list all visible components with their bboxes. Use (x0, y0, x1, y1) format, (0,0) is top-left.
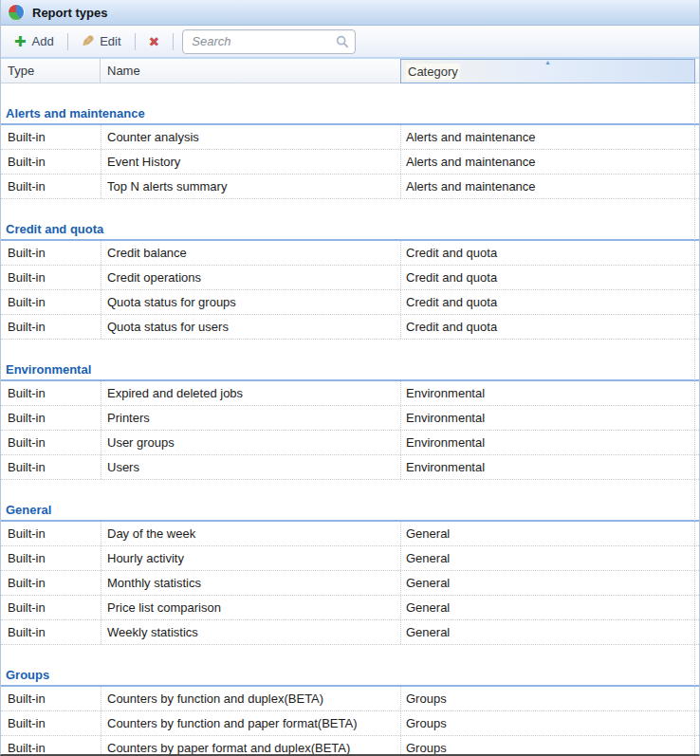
group-rows: Built-in Credit balance Credit and quota… (1, 241, 699, 340)
cell-type: Built-in (1, 125, 101, 149)
plus-icon: ✚ (14, 34, 27, 48)
table-row[interactable]: Built-in Counters by function and paper … (1, 711, 699, 736)
search-box[interactable] (182, 29, 356, 54)
column-header-category-label: Category (406, 64, 460, 80)
cell-name: Day of the week (101, 522, 400, 545)
table-row[interactable]: Built-in Hourly activity General (1, 546, 699, 571)
cell-category: General (400, 620, 699, 644)
cell-category: Groups (400, 711, 699, 735)
cell-name: Counter analysis (101, 125, 400, 149)
toolbar-separator (135, 33, 136, 50)
cell-category: Alerts and maintenance (400, 175, 699, 198)
cell-type: Built-in (1, 455, 101, 479)
cell-category: Alerts and maintenance (400, 125, 699, 149)
group-header-label: Alerts and maintenance (1, 104, 699, 125)
cell-name: Monthly statistics (101, 571, 400, 595)
edit-button-label: Edit (100, 34, 120, 48)
table-row[interactable]: Built-in Credit operations Credit and qu… (1, 266, 699, 290)
table-row[interactable]: Built-in Price list comparison General (1, 596, 699, 620)
column-header-type-label: Type (8, 64, 34, 78)
cell-category: Environmental (400, 381, 699, 405)
cell-type: Built-in (1, 150, 101, 174)
cell-type: Built-in (1, 406, 101, 430)
group-header[interactable]: General (1, 480, 699, 522)
table-row[interactable]: Built-in Counter analysis Alerts and mai… (1, 125, 699, 150)
group-rows: Built-in Expired and deleted jobs Enviro… (1, 381, 699, 480)
delete-button[interactable]: ✖ (142, 31, 167, 52)
group-header[interactable]: Alerts and maintenance (1, 83, 699, 125)
cell-name: Price list comparison (101, 596, 400, 619)
cell-category: General (400, 546, 699, 570)
table-row[interactable]: Built-in Top N alerts summary Alerts and… (1, 175, 699, 199)
column-header-name[interactable]: Name (101, 59, 400, 83)
group-header[interactable]: Credit and quota (1, 199, 699, 241)
cell-category: Credit and quota (400, 290, 699, 314)
cell-category: Groups (400, 736, 699, 756)
column-header-category[interactable]: ▲ Category (400, 59, 695, 83)
column-header-row: Type Name ▲ Category (1, 57, 699, 83)
cell-type: Built-in (1, 596, 101, 619)
table-row[interactable]: Built-in Printers Environmental (1, 406, 699, 431)
table-row[interactable]: Built-in Counters by paper format and du… (1, 736, 699, 756)
title-bar: Report types (1, 0, 699, 26)
cell-type: Built-in (1, 266, 101, 289)
cell-name: Quota status for users (101, 315, 400, 339)
cell-type: Built-in (1, 315, 101, 339)
cell-category: Groups (400, 687, 699, 710)
cell-category: General (400, 522, 699, 545)
cell-name: Event History (101, 150, 400, 174)
add-button-label: Add (32, 34, 54, 48)
delete-x-icon: ✖ (149, 35, 160, 48)
group-header-label: Credit and quota (1, 220, 699, 241)
table-body: Alerts and maintenance Built-in Counter … (1, 83, 699, 756)
group-header[interactable]: Environmental (1, 340, 699, 381)
table-row[interactable]: Built-in Quota status for users Credit a… (1, 315, 699, 340)
table-row[interactable]: Built-in Monthly statistics General (1, 571, 699, 596)
table-row[interactable]: Built-in Expired and deleted jobs Enviro… (1, 381, 699, 406)
cell-type: Built-in (1, 711, 101, 735)
cell-name: Credit balance (101, 241, 400, 265)
cell-name: Hourly activity (101, 546, 400, 570)
cell-name: Printers (101, 406, 400, 430)
group-section: General Built-in Day of the week General… (1, 480, 699, 645)
table-row[interactable]: Built-in User groups Environmental (1, 431, 699, 455)
column-header-name-label: Name (107, 64, 140, 78)
cell-name: Counters by function and duplex(BETA) (101, 687, 400, 710)
table-row[interactable]: Built-in Credit balance Credit and quota (1, 241, 699, 266)
search-input[interactable] (192, 34, 332, 48)
cell-type: Built-in (1, 431, 101, 454)
group-rows: Built-in Counter analysis Alerts and mai… (1, 125, 699, 199)
group-rows: Built-in Day of the week General Built-i… (1, 522, 699, 645)
cell-name: Top N alerts summary (101, 175, 400, 198)
group-header[interactable]: Groups (1, 645, 699, 687)
table-row[interactable]: Built-in Quota status for groups Credit … (1, 290, 699, 315)
cell-name: Weekly statistics (101, 620, 400, 644)
cell-name: Quota status for groups (101, 290, 400, 314)
cell-category: General (400, 596, 699, 619)
cell-category: General (400, 571, 699, 595)
add-button[interactable]: ✚ Add (8, 30, 61, 52)
edit-button[interactable]: ✎ Edit (75, 30, 128, 53)
column-header-type[interactable]: Type (1, 59, 101, 83)
group-section: Groups Built-in Counters by function and… (1, 645, 699, 756)
table-row[interactable]: Built-in Counters by function and duplex… (1, 687, 699, 711)
sort-ascending-icon: ▲ (544, 59, 551, 66)
cell-type: Built-in (1, 175, 101, 198)
cell-type: Built-in (1, 381, 101, 405)
group-section: Environmental Built-in Expired and delet… (1, 340, 699, 480)
report-types-window: Report types ✚ Add ✎ Edit ✖ (0, 0, 700, 756)
cell-name: Credit operations (101, 266, 400, 289)
cell-name: Counters by paper format and duplex(BETA… (101, 736, 400, 756)
table-row[interactable]: Built-in Event History Alerts and mainte… (1, 150, 699, 175)
cell-category: Environmental (400, 455, 699, 479)
cell-category: Alerts and maintenance (400, 150, 699, 174)
table-row[interactable]: Built-in Users Environmental (1, 455, 699, 480)
magnifier-icon[interactable] (336, 35, 349, 48)
cell-type: Built-in (1, 241, 101, 265)
cell-type: Built-in (1, 546, 101, 570)
table-row[interactable]: Built-in Day of the week General (1, 522, 699, 546)
table-row[interactable]: Built-in Weekly statistics General (1, 620, 699, 645)
group-header-label: Groups (1, 666, 699, 687)
pencil-icon: ✎ (82, 34, 94, 49)
pie-chart-icon (9, 5, 24, 20)
